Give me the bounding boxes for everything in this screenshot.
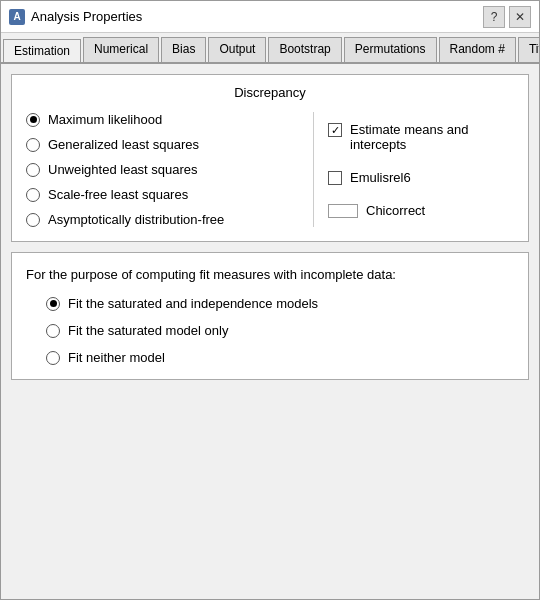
- radio-scale-free-label: Scale-free least squares: [48, 187, 188, 202]
- radio-max-likelihood-label: Maximum likelihood: [48, 112, 162, 127]
- radio-fit-neither-indicator: [46, 351, 60, 365]
- tab-bootstrap[interactable]: Bootstrap: [268, 37, 341, 62]
- content-area: Discrepancy Maximum likelihood Generaliz…: [1, 64, 539, 599]
- radio-scale-free-indicator: [26, 188, 40, 202]
- radio-fit-both-indicator: [46, 297, 60, 311]
- tab-estimation[interactable]: Estimation: [3, 39, 81, 64]
- discrepancy-content: Maximum likelihood Generalized least squ…: [26, 112, 514, 227]
- tab-permutations[interactable]: Permutations: [344, 37, 437, 62]
- radio-fit-both-label: Fit the saturated and independence model…: [68, 296, 318, 311]
- checkbox-estimate-means-box: [328, 123, 342, 137]
- title-bar: A Analysis Properties ? ✕: [1, 1, 539, 33]
- chicorrect-label: Chicorrect: [366, 203, 425, 218]
- radio-asymp-indicator: [26, 213, 40, 227]
- help-button[interactable]: ?: [483, 6, 505, 28]
- radio-scale-free-least-squares[interactable]: Scale-free least squares: [26, 187, 299, 202]
- radio-unweighted-indicator: [26, 163, 40, 177]
- window-title: Analysis Properties: [31, 9, 483, 24]
- main-window: A Analysis Properties ? ✕ Estimation Num…: [0, 0, 540, 600]
- radio-gen-least-squares-label: Generalized least squares: [48, 137, 199, 152]
- radio-fit-saturated[interactable]: Fit the saturated model only: [46, 323, 514, 338]
- radio-fit-neither[interactable]: Fit neither model: [46, 350, 514, 365]
- tab-title[interactable]: Title: [518, 37, 539, 62]
- chicorrect-box: [328, 204, 358, 218]
- radio-gen-least-squares[interactable]: Generalized least squares: [26, 137, 299, 152]
- radio-fit-neither-label: Fit neither model: [68, 350, 165, 365]
- tab-random[interactable]: Random #: [439, 37, 516, 62]
- radio-max-likelihood[interactable]: Maximum likelihood: [26, 112, 299, 127]
- radio-unweighted-label: Unweighted least squares: [48, 162, 198, 177]
- radio-fit-saturated-indicator: [46, 324, 60, 338]
- checkbox-estimate-means-label: Estimate means and intercepts: [350, 122, 514, 152]
- radio-fit-both[interactable]: Fit the saturated and independence model…: [46, 296, 514, 311]
- window-controls: ? ✕: [483, 6, 531, 28]
- radio-asymp-label: Asymptotically distribution-free: [48, 212, 224, 227]
- tab-numerical[interactable]: Numerical: [83, 37, 159, 62]
- radio-fit-saturated-label: Fit the saturated model only: [68, 323, 228, 338]
- checkbox-estimate-means[interactable]: Estimate means and intercepts: [328, 122, 514, 152]
- radio-max-likelihood-indicator: [26, 113, 40, 127]
- close-button[interactable]: ✕: [509, 6, 531, 28]
- tab-output[interactable]: Output: [208, 37, 266, 62]
- app-icon: A: [9, 9, 25, 25]
- checkbox-emulisrel6-box: [328, 171, 342, 185]
- checkbox-chicorrect[interactable]: Chicorrect: [328, 203, 514, 218]
- checkbox-emulisrel6-label: Emulisrel6: [350, 170, 411, 185]
- radio-gen-least-squares-indicator: [26, 138, 40, 152]
- checkbox-emulisrel6[interactable]: Emulisrel6: [328, 170, 514, 185]
- tab-bias[interactable]: Bias: [161, 37, 206, 62]
- radio-unweighted-least-squares[interactable]: Unweighted least squares: [26, 162, 299, 177]
- panel-title: Discrepancy: [26, 85, 514, 100]
- discrepancy-checkbox-group: Estimate means and intercepts Emulisrel6…: [314, 112, 514, 227]
- fit-measures-description: For the purpose of computing fit measure…: [26, 267, 514, 282]
- discrepancy-panel: Discrepancy Maximum likelihood Generaliz…: [11, 74, 529, 242]
- discrepancy-radio-group: Maximum likelihood Generalized least squ…: [26, 112, 314, 227]
- radio-asymp-dist-free[interactable]: Asymptotically distribution-free: [26, 212, 299, 227]
- fit-measures-radio-group: Fit the saturated and independence model…: [26, 296, 514, 365]
- fit-measures-panel: For the purpose of computing fit measure…: [11, 252, 529, 380]
- tab-bar: Estimation Numerical Bias Output Bootstr…: [1, 33, 539, 64]
